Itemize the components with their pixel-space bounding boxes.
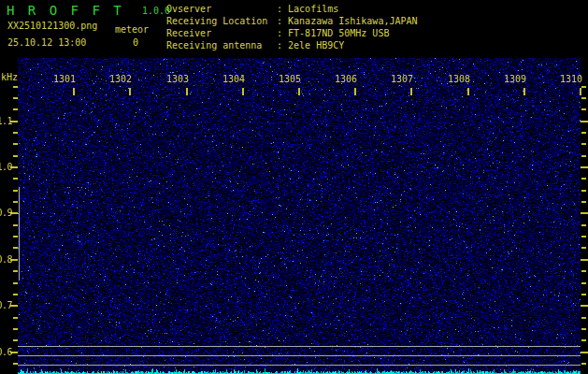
freq-minor-tick-left: [13, 282, 18, 284]
freq-minor-tick-left: [13, 363, 18, 365]
freq-minor-tick-left: [13, 178, 18, 180]
station-info: Ovserver: LacofilmsReceiving Location: K…: [166, 3, 418, 51]
freq-label: 1.1: [0, 116, 12, 126]
time-label: 1303: [166, 74, 189, 84]
info-label: Ovserver: [166, 3, 277, 15]
freq-minor-tick-left: [13, 97, 18, 99]
hrofft-window: H R O F F T 1.0.0 XX2510121300.png meteo…: [0, 0, 588, 374]
time-label: 1301: [53, 74, 76, 84]
freq-minor-tick-right: [581, 201, 586, 203]
freq-minor-tick-right: [581, 339, 586, 341]
info-value: FT-817ND 50MHz USB: [288, 28, 389, 38]
time-tick: [129, 88, 131, 95]
freq-minor-tick-right: [581, 282, 586, 284]
time-tick: [410, 88, 412, 95]
freq-minor-tick-right: [581, 236, 586, 237]
freq-label: 0.6: [0, 347, 12, 357]
freq-minor-tick-left: [13, 155, 18, 157]
freq-minor-tick-right: [581, 132, 586, 134]
freq-minor-tick-left: [13, 108, 18, 110]
info-label: Receiving Location: [166, 15, 277, 27]
info-row: Receiving Location: Kanazawa Ishikawa,JA…: [166, 15, 418, 27]
time-tick: [186, 88, 188, 95]
freq-label: 1.0: [0, 162, 12, 172]
freq-major-tick-right: [581, 121, 588, 122]
freq-minor-tick-right: [581, 190, 586, 192]
info-colon: :: [277, 4, 288, 14]
mode-label: meteor: [115, 24, 149, 35]
freq-minor-tick-left: [13, 224, 18, 226]
freq-minor-tick-right: [581, 155, 586, 157]
freq-minor-tick-left: [13, 270, 18, 272]
time-tick: [580, 88, 581, 95]
freq-major-tick-right: [581, 259, 588, 261]
freq-minor-tick-right: [581, 328, 586, 330]
time-label: 1302: [109, 74, 132, 84]
info-row: Ovserver: Lacofilms: [166, 3, 418, 15]
time-tick: [523, 88, 525, 95]
freq-minor-tick-right: [581, 224, 586, 226]
freq-minor-tick-left: [13, 236, 18, 237]
freq-unit-label: kHz: [1, 72, 18, 82]
info-label: Receiving antenna: [166, 39, 277, 51]
time-label: 1309: [504, 74, 526, 84]
time-label: 1306: [335, 74, 357, 84]
time-label: 1307: [391, 74, 413, 84]
freq-major-tick-right: [581, 352, 588, 353]
freq-minor-tick-left: [13, 190, 18, 192]
freq-minor-tick-left: [13, 339, 18, 341]
time-tick: [73, 88, 75, 95]
freq-minor-tick-right: [581, 294, 586, 295]
freq-minor-tick-right: [581, 363, 586, 365]
freq-minor-tick-right: [581, 86, 586, 88]
freq-label: 0.8: [0, 254, 12, 265]
info-label: Receiver: [166, 27, 277, 39]
datetime-label: 25.10.12 13:00: [7, 37, 86, 48]
time-tick: [242, 88, 244, 95]
info-colon: :: [277, 28, 288, 38]
freq-minor-tick-left: [13, 143, 18, 145]
time-tick: [354, 88, 356, 95]
time-label: 1305: [279, 74, 301, 84]
freq-minor-tick-left: [13, 317, 18, 319]
freq-minor-tick-left: [13, 86, 18, 88]
info-value: Kanazawa Ishikawa,JAPAN: [288, 16, 417, 26]
freq-minor-tick-left: [13, 247, 18, 249]
time-tick: [467, 88, 469, 95]
freq-label: 0.7: [0, 300, 12, 310]
time-label: 1304: [222, 74, 245, 84]
spectrogram-canvas: [18, 58, 581, 374]
app-title: H R O F F T: [7, 3, 124, 18]
freq-minor-tick-right: [581, 143, 586, 145]
freq-minor-tick-right: [581, 178, 586, 180]
freq-major-tick-right: [581, 212, 588, 214]
freq-major-tick-right: [581, 305, 588, 307]
freq-minor-tick-right: [581, 317, 586, 319]
info-row: Receiving antenna: 2ele HB9CY: [166, 39, 418, 51]
time-label: 1310: [560, 74, 582, 84]
freq-minor-tick-right: [581, 270, 586, 272]
freq-label: 0.9: [0, 208, 12, 218]
echo-count: 0: [133, 37, 138, 48]
info-colon: :: [277, 16, 288, 26]
freq-minor-tick-left: [13, 132, 18, 134]
freq-major-tick-right: [581, 166, 588, 168]
time-label: 1308: [448, 74, 470, 84]
freq-minor-tick-right: [581, 108, 586, 110]
freq-minor-tick-right: [581, 97, 586, 99]
time-tick: [298, 88, 300, 95]
info-value: 2ele HB9CY: [288, 40, 344, 50]
output-filename: XX2510121300.png: [7, 21, 97, 31]
info-colon: :: [277, 40, 288, 50]
freq-minor-tick-left: [13, 328, 18, 330]
freq-minor-tick-left: [13, 294, 18, 295]
info-row: Receiver: FT-817ND 50MHz USB: [166, 27, 418, 39]
info-value: Lacofilms: [288, 4, 338, 14]
freq-minor-tick-left: [13, 201, 18, 203]
freq-minor-tick-right: [581, 247, 586, 249]
